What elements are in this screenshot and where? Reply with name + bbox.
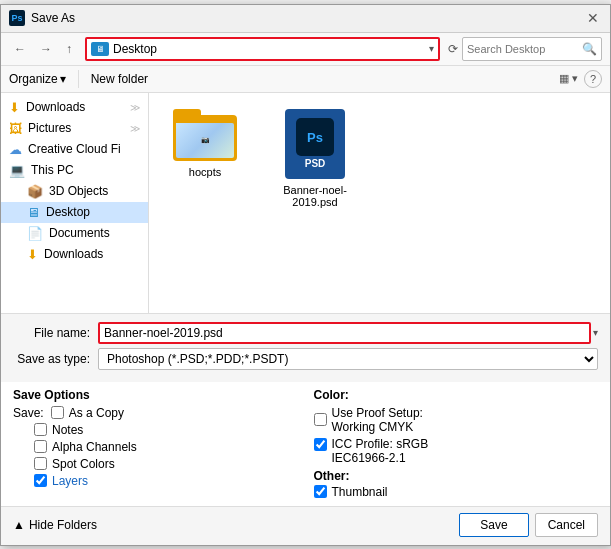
- psd-container: Ps PSD: [285, 109, 345, 179]
- view-icon-button[interactable]: ▦ ▾: [555, 70, 582, 87]
- alpha-channels-checkbox[interactable]: [34, 440, 47, 453]
- icc-profile-checkbox[interactable]: [314, 438, 327, 451]
- address-dropdown-arrow[interactable]: ▾: [429, 43, 434, 54]
- cloud-icon: ☁: [9, 142, 22, 157]
- filename-label: File name:: [13, 326, 98, 340]
- sidebar-label: This PC: [31, 163, 74, 177]
- sidebar-item-downloads2[interactable]: ⬇ Downloads: [1, 244, 148, 265]
- sidebar-item-3d-objects[interactable]: 📦 3D Objects: [1, 181, 148, 202]
- close-button[interactable]: ✕: [584, 9, 602, 27]
- search-input[interactable]: [467, 43, 582, 55]
- main-content: ⬇ Downloads ≫ 🖼 Pictures ≫ ☁ Creative Cl…: [1, 93, 610, 313]
- layers-checkbox[interactable]: [34, 474, 47, 487]
- use-proof-row: Use Proof Setup: Working CMYK: [314, 406, 599, 434]
- psd-extension: PSD: [305, 158, 326, 169]
- organize-button[interactable]: Organize ▾: [9, 72, 66, 86]
- desktop-icon: 🖥: [27, 205, 40, 220]
- forward-button[interactable]: →: [35, 39, 57, 59]
- cancel-button[interactable]: Cancel: [535, 513, 598, 537]
- sidebar-item-downloads1[interactable]: ⬇ Downloads ≫: [1, 97, 148, 118]
- psd-logo-text: Ps: [307, 130, 323, 145]
- title-bar: Ps Save As ✕: [1, 5, 610, 33]
- address-input[interactable]: [113, 42, 425, 56]
- icc-profile-label: ICC Profile: sRGBIEC61966-2.1: [332, 437, 429, 465]
- layers-label: Layers: [52, 474, 88, 488]
- file-item-banner-noel[interactable]: Ps PSD Banner-noel-2019.psd: [275, 109, 355, 209]
- sidebar-item-desktop[interactable]: 🖥 Desktop: [1, 202, 148, 223]
- use-proof-checkbox[interactable]: [314, 413, 327, 426]
- footer: ▲ Hide Folders Save Cancel: [1, 506, 610, 545]
- file-area: 📷 hocpts Ps PSD Banne: [149, 93, 610, 313]
- hide-folders-button[interactable]: ▲ Hide Folders: [13, 518, 97, 532]
- address-bar: 🖥 ▾: [85, 37, 440, 61]
- folder-inner: 📷: [176, 123, 234, 158]
- sidebar-label: Creative Cloud Fi: [28, 142, 121, 156]
- refresh-button[interactable]: ⟳: [448, 42, 458, 56]
- folder-thumbnail: 📷: [173, 109, 237, 161]
- sidebar-label: 3D Objects: [49, 184, 108, 198]
- layers-row: Layers: [13, 474, 298, 488]
- sidebar-item-this-pc[interactable]: 💻 This PC: [1, 160, 148, 181]
- thumbnail-checkbox[interactable]: [314, 485, 327, 498]
- divider: [78, 70, 79, 88]
- notes-checkbox[interactable]: [34, 423, 47, 436]
- save-options-right: Color: Use Proof Setup: Working CMYK ICC…: [298, 388, 599, 502]
- sidebar-label: Documents: [49, 226, 110, 240]
- sidebar-label: Downloads: [44, 247, 103, 261]
- save-options-title: Save Options: [13, 388, 298, 402]
- spot-colors-label: Spot Colors: [52, 457, 115, 471]
- bottom-section: File name: ▾ Save as type: Photoshop (*.…: [1, 313, 610, 382]
- psd-file-icon: Ps PSD: [285, 109, 345, 179]
- alpha-row: Alpha Channels: [13, 440, 298, 454]
- file-name-hocpts: hocpts: [186, 165, 224, 179]
- filename-row: File name: ▾: [13, 322, 598, 344]
- download-icon: ⬇: [9, 100, 20, 115]
- back-button[interactable]: ←: [9, 39, 31, 59]
- folder-body: 📷: [173, 115, 237, 161]
- sidebar-label: Pictures: [28, 121, 71, 135]
- view-controls: ▦ ▾ ?: [555, 70, 602, 88]
- filename-input[interactable]: [98, 322, 591, 344]
- alpha-channels-label: Alpha Channels: [52, 440, 137, 454]
- save-colon-label: Save:: [13, 406, 44, 420]
- pin-icon: ≫: [130, 102, 140, 113]
- ps-app-icon: Ps: [9, 10, 25, 26]
- hide-folders-arrow: ▲: [13, 518, 25, 532]
- as-copy-label: As a Copy: [69, 406, 124, 420]
- as-copy-checkbox[interactable]: [51, 406, 64, 419]
- save-options-left: Save Options Save: As a Copy Notes Alpha…: [13, 388, 298, 502]
- filename-dropdown-arrow[interactable]: ▾: [593, 327, 598, 338]
- savetype-select[interactable]: Photoshop (*.PSD;*.PDD;*.PSDT): [98, 348, 598, 370]
- psd-logo-bg: Ps: [296, 118, 334, 156]
- 3d-icon: 📦: [27, 184, 43, 199]
- new-folder-button[interactable]: New folder: [91, 72, 148, 86]
- sidebar-label: Desktop: [46, 205, 90, 219]
- file-item-hocpts[interactable]: 📷 hocpts: [165, 109, 245, 179]
- folder-preview: 📷: [176, 123, 234, 158]
- footer-buttons: Save Cancel: [459, 513, 598, 537]
- search-box: 🔍: [462, 37, 602, 61]
- title-bar-left: Ps Save As: [9, 10, 75, 26]
- downloads2-icon: ⬇: [27, 247, 38, 262]
- spot-colors-row: Spot Colors: [13, 457, 298, 471]
- color-title: Color:: [314, 388, 599, 402]
- navigation-toolbar: ← → ↑ 🖥 ▾ ⟳ 🔍: [1, 33, 610, 66]
- sidebar-item-documents[interactable]: 📄 Documents: [1, 223, 148, 244]
- address-folder-icon: 🖥: [91, 42, 109, 56]
- pictures-icon: 🖼: [9, 121, 22, 136]
- sidebar-item-pictures[interactable]: 🖼 Pictures ≫: [1, 118, 148, 139]
- other-title: Other:: [314, 469, 599, 483]
- sidebar-label: Downloads: [26, 100, 85, 114]
- thumbnail-row: Thumbnail: [314, 485, 599, 499]
- pin-icon: ≫: [130, 123, 140, 134]
- help-button[interactable]: ?: [584, 70, 602, 88]
- save-button[interactable]: Save: [459, 513, 528, 537]
- spot-colors-checkbox[interactable]: [34, 457, 47, 470]
- sidebar: ⬇ Downloads ≫ 🖼 Pictures ≫ ☁ Creative Cl…: [1, 93, 149, 313]
- sidebar-item-creative-cloud[interactable]: ☁ Creative Cloud Fi: [1, 139, 148, 160]
- notes-label: Notes: [52, 423, 83, 437]
- up-button[interactable]: ↑: [61, 39, 77, 59]
- search-button[interactable]: 🔍: [582, 42, 597, 56]
- pc-icon: 💻: [9, 163, 25, 178]
- documents-icon: 📄: [27, 226, 43, 241]
